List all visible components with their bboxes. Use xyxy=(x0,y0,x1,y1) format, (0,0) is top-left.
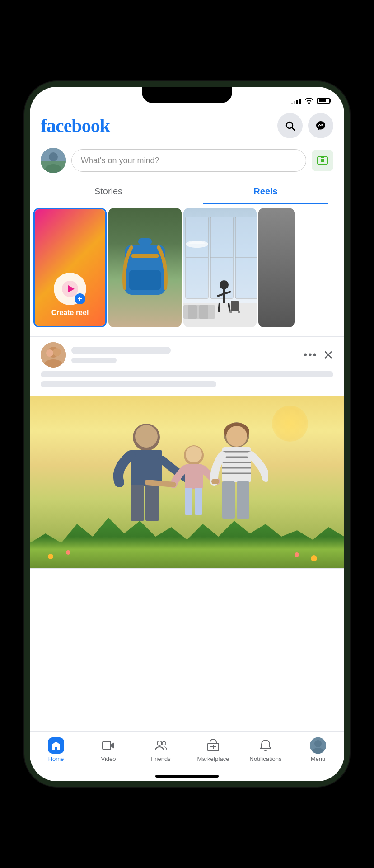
post-composer[interactable]: What's on your mind? xyxy=(30,144,344,179)
nav-home[interactable]: Home xyxy=(30,736,82,762)
notifications-label: Notifications xyxy=(250,755,282,762)
svg-rect-63 xyxy=(103,741,111,750)
svg-rect-49 xyxy=(195,488,202,515)
svg-rect-14 xyxy=(131,254,159,258)
messenger-button[interactable] xyxy=(308,113,333,138)
create-reel-label: Create reel xyxy=(51,309,89,317)
post-avatar xyxy=(41,342,66,368)
menu-icon xyxy=(310,737,326,754)
svg-rect-48 xyxy=(185,488,192,515)
nav-video[interactable]: Video xyxy=(82,736,135,762)
more-options-button[interactable]: ••• xyxy=(304,349,318,361)
svg-rect-34 xyxy=(199,305,208,319)
post-image xyxy=(30,396,344,568)
svg-rect-5 xyxy=(41,161,66,173)
svg-line-26 xyxy=(219,303,220,312)
fb-header: facebook xyxy=(30,109,344,144)
tab-stories[interactable]: Stories xyxy=(30,179,187,204)
photo-button[interactable] xyxy=(312,150,333,171)
content-tabs: Stories Reels xyxy=(30,179,344,204)
svg-rect-59 xyxy=(222,481,235,519)
close-post-button[interactable]: ✕ xyxy=(323,348,333,363)
svg-point-46 xyxy=(186,446,202,462)
post-card: ••• ✕ xyxy=(30,336,344,569)
svg-rect-28 xyxy=(231,301,239,311)
home-label: Home xyxy=(48,755,64,762)
svg-point-52 xyxy=(226,426,247,447)
nav-marketplace[interactable]: Marketplace xyxy=(187,736,239,762)
nav-notifications[interactable]: Notifications xyxy=(239,736,292,762)
tab-reels[interactable]: Reels xyxy=(187,179,344,204)
wifi-icon xyxy=(304,96,313,105)
nav-menu[interactable]: Menu xyxy=(292,736,344,762)
svg-rect-9 xyxy=(321,156,324,158)
svg-rect-13 xyxy=(138,238,152,245)
svg-point-41 xyxy=(135,425,158,448)
svg-point-29 xyxy=(229,311,232,313)
svg-point-39 xyxy=(53,348,61,356)
video-label: Video xyxy=(101,755,116,762)
text-skeleton-1 xyxy=(41,371,333,377)
svg-rect-15 xyxy=(129,270,161,290)
phone-outer: facebook xyxy=(0,0,374,868)
post-time-skeleton xyxy=(71,358,117,363)
bottom-nav: Home Video xyxy=(30,731,344,781)
nav-friends[interactable]: Friends xyxy=(135,736,187,762)
svg-point-66 xyxy=(162,741,166,745)
svg-point-3 xyxy=(49,152,58,161)
phone-frame: facebook xyxy=(24,81,350,787)
post-actions: ••• ✕ xyxy=(304,348,333,363)
composer-input[interactable]: What's on your mind? xyxy=(71,149,306,172)
svg-rect-33 xyxy=(188,305,197,319)
battery-icon xyxy=(317,98,330,104)
home-indicator xyxy=(155,775,219,778)
svg-rect-44 xyxy=(145,485,159,521)
svg-point-23 xyxy=(220,280,229,289)
svg-line-1 xyxy=(292,128,295,131)
notch xyxy=(142,87,232,103)
svg-point-65 xyxy=(157,741,162,745)
header-icons xyxy=(277,113,333,138)
post-meta xyxy=(71,347,298,363)
screen: facebook xyxy=(30,87,344,781)
svg-marker-64 xyxy=(111,742,114,749)
post-name-skeleton xyxy=(71,347,171,354)
create-reel-item[interactable]: Create reel xyxy=(33,208,107,327)
post-text xyxy=(30,371,344,396)
video-icon xyxy=(100,737,117,754)
notifications-icon xyxy=(257,737,274,754)
menu-label: Menu xyxy=(311,755,326,762)
family-scene xyxy=(30,396,344,568)
reels-grid: Create reel xyxy=(30,204,344,331)
create-reel-icon xyxy=(54,273,86,305)
search-button[interactable] xyxy=(277,113,303,138)
partial-reel-item[interactable] xyxy=(258,208,295,327)
svg-line-61 xyxy=(147,482,173,485)
post-header: ••• ✕ xyxy=(30,337,344,371)
home-icon xyxy=(48,737,64,754)
friends-label: Friends xyxy=(151,755,170,762)
user-avatar xyxy=(41,148,66,173)
marketplace-label: Marketplace xyxy=(197,755,229,762)
svg-rect-60 xyxy=(237,481,249,519)
svg-rect-53 xyxy=(222,447,251,482)
svg-rect-43 xyxy=(131,485,144,521)
signal-icon xyxy=(291,97,301,104)
svg-point-30 xyxy=(238,311,240,313)
text-skeleton-2 xyxy=(41,381,216,387)
svg-point-8 xyxy=(321,159,324,162)
airport-reel-item[interactable] xyxy=(183,208,257,327)
marketplace-icon xyxy=(205,737,221,754)
backpack-reel-item[interactable] xyxy=(108,208,182,327)
svg-point-71 xyxy=(314,740,322,747)
svg-point-38 xyxy=(46,349,53,357)
facebook-logo: facebook xyxy=(41,115,110,137)
friends-icon xyxy=(153,737,169,754)
